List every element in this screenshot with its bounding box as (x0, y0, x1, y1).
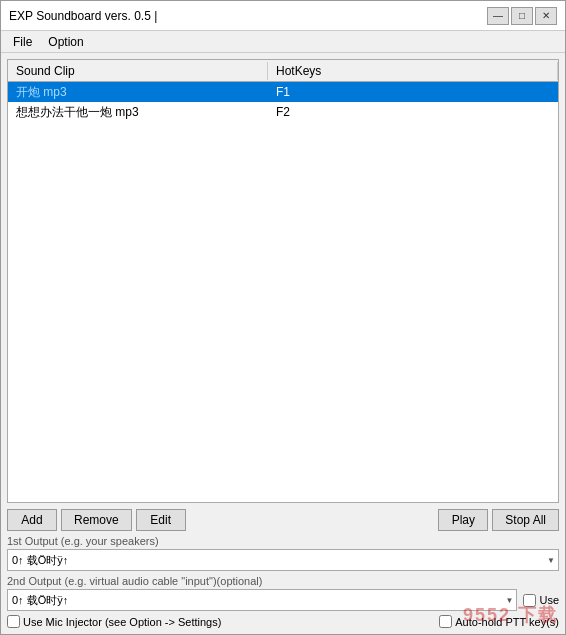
title-bar-text: EXP Soundboard vers. 0.5 | (9, 9, 487, 23)
output1-section: 1st Output (e.g. your speakers) 0↑ 载Ö时ÿ↑… (7, 535, 559, 571)
edit-button[interactable]: Edit (136, 509, 186, 531)
main-content: Sound Clip HotKeys 开炮 mp3 F1 想想办法干他一炮 mp… (1, 53, 565, 634)
sound-clip-table: Sound Clip HotKeys 开炮 mp3 F1 想想办法干他一炮 mp… (7, 59, 559, 503)
stop-all-button[interactable]: Stop All (492, 509, 559, 531)
table-body: 开炮 mp3 F1 想想办法干他一炮 mp3 F2 (8, 82, 558, 502)
use-checkbox[interactable] (523, 594, 536, 607)
table-header: Sound Clip HotKeys (8, 60, 558, 82)
maximize-button[interactable]: □ (511, 7, 533, 25)
menu-option[interactable]: Option (40, 33, 91, 51)
output2-label: 2nd Output (e.g. virtual audio cable "in… (7, 575, 559, 587)
output1-select-wrapper: 0↑ 载Ö时ÿ↑ ▼ (7, 549, 559, 571)
remove-button[interactable]: Remove (61, 509, 132, 531)
use-checkbox-label[interactable]: Use (539, 594, 559, 606)
menu-file[interactable]: File (5, 33, 40, 51)
output1-label: 1st Output (e.g. your speakers) (7, 535, 559, 547)
action-buttons-row: Add Remove Edit Play Stop All (7, 509, 559, 531)
mic-injector-checkbox[interactable] (7, 615, 20, 628)
mic-injector-label[interactable]: Use Mic Injector (see Option -> Settings… (23, 616, 221, 628)
cell-hotkey-2: F2 (268, 104, 558, 120)
output2-select-wrapper: 0↑ 载Ö时ÿ↑ ▼ (7, 589, 517, 611)
auto-hold-label[interactable]: Auto-hold PTT key(s) (455, 616, 559, 628)
main-window: EXP Soundboard vers. 0.5 | — □ ✕ File Op… (0, 0, 566, 635)
cell-sound-clip-2: 想想办法干他一炮 mp3 (8, 103, 268, 122)
table-row[interactable]: 想想办法干他一炮 mp3 F2 (8, 102, 558, 122)
title-bar-controls: — □ ✕ (487, 7, 557, 25)
table-row[interactable]: 开炮 mp3 F1 (8, 82, 558, 102)
cell-sound-clip-1: 开炮 mp3 (8, 83, 268, 102)
output2-select[interactable]: 0↑ 载Ö时ÿ↑ (7, 589, 517, 611)
output2-select-container: 0↑ 载Ö时ÿ↑ ▼ Use (7, 589, 559, 611)
mic-injector-wrapper: Use Mic Injector (see Option -> Settings… (7, 615, 439, 628)
bottom-checkboxes: Use Mic Injector (see Option -> Settings… (7, 615, 559, 628)
cell-hotkey-1: F1 (268, 84, 558, 100)
header-hotkeys: HotKeys (268, 62, 558, 80)
close-button[interactable]: ✕ (535, 7, 557, 25)
auto-hold-checkbox[interactable] (439, 615, 452, 628)
auto-hold-wrapper: Auto-hold PTT key(s) (439, 615, 559, 628)
menu-bar: File Option (1, 31, 565, 53)
play-button[interactable]: Play (438, 509, 488, 531)
use-checkbox-wrapper: Use (523, 594, 559, 607)
header-sound-clip: Sound Clip (8, 62, 268, 80)
output1-select[interactable]: 0↑ 载Ö时ÿ↑ (7, 549, 559, 571)
minimize-button[interactable]: — (487, 7, 509, 25)
add-button[interactable]: Add (7, 509, 57, 531)
output2-section: 2nd Output (e.g. virtual audio cable "in… (7, 575, 559, 611)
bottom-controls: Add Remove Edit Play Stop All 1st Output… (7, 509, 559, 628)
title-bar: EXP Soundboard vers. 0.5 | — □ ✕ (1, 1, 565, 31)
